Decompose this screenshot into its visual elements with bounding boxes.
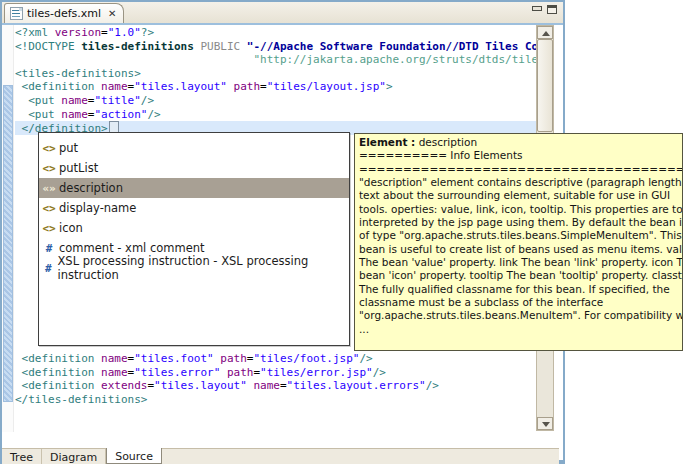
- maximize-icon[interactable]: [547, 5, 557, 14]
- code-token: <!DOCTYPE: [15, 40, 81, 53]
- tooltip-line: bean is useful to create list of beans u…: [359, 243, 682, 256]
- code-token: />: [147, 108, 160, 121]
- code-token: name: [253, 379, 280, 392]
- code-line[interactable]: <?xml version="1.0"?>: [15, 26, 539, 40]
- code-token: tiles-definitions: [81, 40, 194, 53]
- code-token: <?xml: [15, 26, 55, 39]
- code-token: "http://jakarta.apache.org/struts/dtds/t…: [253, 53, 539, 66]
- completion-item-label: XSL processing instruction - XSL process…: [57, 254, 349, 282]
- code-token: version: [55, 26, 101, 39]
- xml-file-icon: [10, 7, 23, 20]
- code-token: name: [101, 366, 128, 379]
- code-token: <definition: [15, 352, 101, 365]
- xml-element-icon: «»: [39, 182, 59, 195]
- code-token: [15, 53, 253, 66]
- page-tab-diagram[interactable]: Diagram: [42, 449, 106, 464]
- completion-item-label: display-name: [59, 201, 136, 215]
- code-token: "1.0": [108, 26, 141, 39]
- code-token: "tiles.foot": [134, 352, 213, 365]
- code-token: [220, 366, 227, 379]
- content-assist-popup: <>put<>putList«»description<>display-nam…: [38, 132, 350, 346]
- code-line[interactable]: <!DOCTYPE tiles-definitions PUBLIC "-//A…: [15, 40, 539, 54]
- tooltip-title-value: description: [415, 136, 477, 148]
- completion-item-label: put: [59, 141, 78, 155]
- tooltip-line: The fully qualified classname for this b…: [359, 283, 682, 296]
- code-line[interactable]: </tiles-definitions>: [15, 393, 539, 407]
- bottom-page-tabs: TreeDiagramSource: [2, 448, 559, 464]
- code-line[interactable]: <put name="title"/>: [15, 94, 539, 108]
- scroll-up-button[interactable]: [537, 26, 553, 39]
- code-line[interactable]: <definition name="tiles.layout" path="ti…: [15, 80, 539, 94]
- code-token: "-//Apache Software Foundation//DTD Tile…: [247, 40, 539, 53]
- arrow-down-icon: [542, 422, 550, 427]
- completion-item-put[interactable]: <>put: [39, 138, 349, 158]
- code-line[interactable]: <definition name="tiles.foot" path="tile…: [15, 352, 539, 366]
- code-token: path: [220, 352, 247, 365]
- completion-item-label: putList: [59, 161, 98, 175]
- code-token: extends: [101, 379, 147, 392]
- code-token: =: [260, 80, 267, 93]
- code-token: "tiles.layout": [134, 80, 227, 93]
- code-token: />: [426, 379, 439, 392]
- code-line[interactable]: <put name="action"/>: [15, 108, 539, 122]
- code-token: "tiles/foot.jsp": [253, 352, 359, 365]
- completion-item-label: comment - xml comment: [59, 241, 205, 255]
- page-tab-tree[interactable]: Tree: [2, 449, 42, 464]
- tooltip-line: "description" element contains descripti…: [359, 176, 682, 189]
- tooltip-line: interpreted by the jsp page using them. …: [359, 216, 682, 229]
- xml-element-icon: <>: [39, 142, 59, 155]
- code-token: PUBLIC: [200, 40, 240, 53]
- tooltip-line: The bean 'value' property. link The bean…: [359, 256, 682, 269]
- tooltip-body: ========== Info Elements================…: [359, 149, 682, 336]
- range-indicator: [3, 85, 13, 402]
- code-token: "title": [94, 94, 140, 107]
- code-token: "tiles.layout": [154, 379, 247, 392]
- tooltip-line: "org.apache.struts.tiles.beans.MenuItem"…: [359, 309, 682, 322]
- scroll-down-button[interactable]: [537, 417, 553, 430]
- editor-tab-tiles-defs[interactable]: tiles-defs.xml ✕: [4, 3, 124, 23]
- code-token: <put: [15, 94, 61, 107]
- completion-item-xsl[interactable]: #XSL processing instruction - XSL proces…: [39, 258, 349, 278]
- annotation-ruler[interactable]: [2, 25, 14, 432]
- completion-item-display-name[interactable]: <>display-name: [39, 198, 349, 218]
- code-token: =: [280, 379, 287, 392]
- completion-item-description[interactable]: «»description: [39, 178, 349, 198]
- tooltip-line: ========== Info Elements: [359, 149, 682, 162]
- code-line[interactable]: <definition extends="tiles.layout" name=…: [15, 379, 539, 393]
- completion-item-label: description: [59, 181, 123, 195]
- template-icon: #: [39, 242, 59, 255]
- xml-element-icon: <>: [39, 222, 59, 235]
- minimize-icon[interactable]: [531, 5, 541, 14]
- vertical-scrollbar-thumb[interactable]: [537, 39, 553, 132]
- tooltip-line: bean 'icon' property. tooltip The bean '…: [359, 269, 682, 282]
- completion-item-label: icon: [59, 221, 83, 235]
- code-line[interactable]: "http://jakarta.apache.org/struts/dtds/t…: [15, 53, 539, 67]
- code-token: />: [373, 366, 386, 379]
- tab-close-icon[interactable]: ✕: [108, 9, 116, 19]
- code-line[interactable]: <definition name="tiles.error" path="til…: [15, 366, 539, 380]
- tooltip-line: classname must be a subclass of the inte…: [359, 296, 682, 309]
- screenshot-canvas: tiles-defs.xml ✕ <?xml version="1.0"?><!…: [0, 0, 684, 465]
- code-token: <definition: [15, 379, 101, 392]
- code-token: ?>: [141, 26, 154, 39]
- arrow-up-icon: [542, 31, 550, 36]
- page-tab-source[interactable]: Source: [106, 448, 162, 464]
- editor-tab-bar: tiles-defs.xml ✕: [2, 2, 563, 25]
- xml-element-icon: <>: [39, 162, 59, 175]
- code-token: name: [61, 94, 88, 107]
- code-bottom: <definition name="tiles.foot" path="tile…: [15, 352, 539, 406]
- completion-item-putlist[interactable]: <>putList: [39, 158, 349, 178]
- completion-item-icon[interactable]: <>icon: [39, 218, 349, 238]
- code-token: [240, 40, 247, 53]
- code-token: name: [101, 80, 128, 93]
- code-token: </tiles-definitions>: [15, 393, 147, 406]
- code-line[interactable]: <tiles-definitions>: [15, 67, 539, 81]
- tooltip-line: text about the surrounding element, suit…: [359, 189, 682, 202]
- code-token: />: [359, 352, 372, 365]
- doc-tooltip: Element : description ========== Info El…: [354, 133, 683, 351]
- code-token: "tiles/layout.jsp": [267, 80, 386, 93]
- code-token: path: [227, 366, 254, 379]
- editor-tab-title: tiles-defs.xml: [27, 7, 101, 20]
- code-token: >: [386, 80, 393, 93]
- template-icon: #: [39, 262, 57, 275]
